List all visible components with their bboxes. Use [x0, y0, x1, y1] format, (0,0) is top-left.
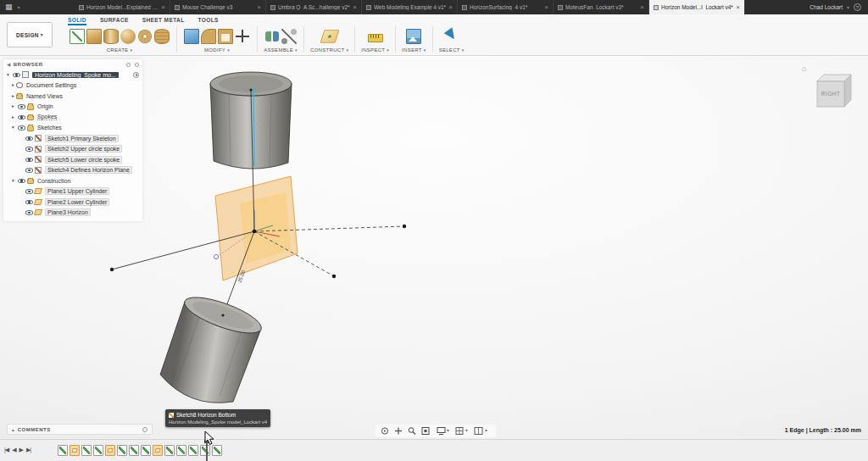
box-icon[interactable] [86, 29, 102, 44]
browser-row-sketch[interactable]: Sketch5 Lower circle spoke [3, 154, 142, 165]
timeline-feature-plane-icon[interactable] [153, 445, 163, 456]
timeline-feature-sketch-icon[interactable] [164, 445, 175, 456]
browser-row-origin[interactable]: ▸ Origin [3, 102, 142, 113]
browser-row-named-views[interactable]: ▸ Named Views [3, 91, 142, 102]
tab-tools[interactable]: TOOLS [198, 17, 219, 25]
timeline-feature-sketch-icon[interactable] [141, 445, 151, 456]
expand-collapsed-icon[interactable]: ▸ [10, 104, 16, 109]
browser-row-sketch[interactable]: Sketch4 Defines Horizon Plane [3, 165, 142, 176]
construction-plane-icon[interactable] [320, 30, 339, 42]
home-icon[interactable]: ⌂ [802, 64, 806, 73]
visibility-eye-icon[interactable] [25, 210, 33, 215]
browser-row-plane[interactable]: Plane1 Upper Cylinder [3, 186, 142, 197]
grid-settings-icon[interactable] [456, 428, 468, 435]
document-tab[interactable]: Mouse Challenge v3 × [170, 0, 266, 14]
tab-close-icon[interactable]: × [257, 4, 261, 11]
document-tab[interactable]: HorizonSurfacing_4 v1* × [458, 0, 554, 14]
browser-row-construction[interactable]: ▾ Construction [3, 175, 142, 186]
comments-bar[interactable]: ▴ COMMENTS [7, 424, 153, 435]
group-label-create[interactable]: CREATE ▾ [107, 47, 133, 53]
document-tab[interactable]: Web Modeling Example 4 v1* × [362, 0, 458, 14]
expand-open-icon[interactable]: ▾ [10, 179, 16, 184]
tab-close-icon[interactable]: × [544, 4, 548, 11]
zoom-icon[interactable] [409, 428, 415, 435]
timeline-feature-sketch-icon[interactable] [117, 445, 127, 456]
activate-component-radio[interactable] [133, 72, 139, 78]
coil-icon[interactable] [154, 29, 170, 44]
browser-row-sketches[interactable]: ▾ Sketches [3, 123, 142, 134]
expand-collapsed-icon[interactable]: ▸ [10, 94, 16, 99]
tab-close-icon[interactable]: × [736, 4, 740, 11]
expand-open-icon[interactable]: ▾ [10, 125, 16, 131]
torus-icon[interactable] [139, 31, 151, 42]
collapse-left-icon[interactable]: ◀ [7, 62, 11, 67]
timeline-feature-sketch-icon[interactable] [93, 445, 103, 456]
group-label-assemble[interactable]: ASSEMBLE ▾ [264, 47, 298, 53]
view-cube[interactable]: ⌂ RIGHT [807, 68, 860, 117]
group-label-modify[interactable]: MODIFY ▾ [204, 47, 230, 53]
lower-cylinder-body[interactable] [160, 290, 265, 403]
viewport-layout-icon[interactable] [475, 428, 487, 435]
tab-close-icon[interactable]: × [448, 4, 453, 11]
visibility-eye-icon[interactable] [25, 147, 33, 152]
go-to-end-button[interactable]: ▶| [26, 447, 31, 453]
fit-view-icon[interactable] [422, 428, 429, 435]
browser-row-spokes[interactable]: ▸ Spokes [3, 112, 142, 123]
visibility-eye-icon[interactable] [25, 168, 33, 173]
document-tab[interactable]: Horizon Model...Explained v2* × [75, 0, 170, 14]
user-account-label[interactable]: Chad Lockart [810, 4, 843, 10]
browser-settings-icon[interactable] [126, 63, 131, 67]
visibility-eye-icon[interactable] [25, 189, 33, 194]
new-component-icon[interactable] [264, 29, 280, 44]
help-icon[interactable]: ? [854, 3, 861, 11]
step-back-button[interactable]: ◀ [12, 447, 15, 453]
tab-surface[interactable]: SURFACE [100, 17, 129, 25]
root-component-label[interactable]: Horizon Modeling_Spoke mo... [32, 72, 119, 78]
timeline-feature-sketch-icon[interactable] [81, 445, 92, 456]
file-menu-caret-icon[interactable]: ▾ [18, 4, 20, 10]
fillet-icon[interactable] [201, 29, 216, 44]
selected-edge-highlight[interactable] [253, 87, 254, 166]
timeline-feature-sketch-icon[interactable] [188, 445, 198, 456]
upper-cylinder-body[interactable] [210, 72, 292, 169]
play-button[interactable]: ▶ [19, 447, 23, 453]
visibility-eye-icon[interactable] [18, 125, 25, 131]
visibility-eye-icon[interactable] [25, 158, 33, 163]
tab-sheet-metal[interactable]: SHEET METAL [142, 17, 185, 25]
visibility-eye-icon[interactable] [18, 104, 25, 109]
document-tab[interactable]: MoteusFan_Lockart v3* × [554, 0, 649, 14]
shell-icon[interactable] [218, 29, 233, 44]
browser-row-plane[interactable]: Plane2 Lower Cylinder [3, 197, 142, 208]
document-tab-active[interactable]: Horizon Model...l_Lockart v4* × [649, 0, 745, 14]
press-pull-icon[interactable] [184, 29, 199, 44]
browser-row-sketch[interactable]: Sketch2 Upper circle spoke [3, 144, 142, 155]
visibility-eye-icon[interactable] [18, 115, 25, 120]
visibility-eye-icon[interactable] [25, 200, 33, 205]
orbit-icon[interactable] [381, 428, 387, 434]
tab-close-icon[interactable]: × [353, 4, 357, 11]
tab-close-icon[interactable]: × [161, 4, 165, 11]
insert-canvas-icon[interactable] [406, 29, 421, 44]
visibility-eye-icon[interactable] [13, 73, 20, 78]
user-menu-caret-icon[interactable]: ▾ [847, 4, 849, 10]
browser-row-plane[interactable]: Plane3 Horizon [3, 208, 142, 219]
expand-collapsed-icon[interactable]: ▸ [10, 115, 16, 120]
measure-icon[interactable] [368, 34, 383, 42]
group-label-insert[interactable]: INSERT ▾ [402, 47, 426, 53]
timeline-feature-sketch-icon[interactable] [176, 445, 186, 456]
select-cursor-icon[interactable] [444, 29, 459, 44]
expand-collapsed-icon[interactable]: ▸ [10, 83, 16, 88]
expand-open-icon[interactable]: ▾ [5, 73, 11, 78]
display-settings-icon[interactable] [437, 428, 449, 435]
browser-options-icon[interactable] [135, 63, 139, 67]
joint-icon[interactable] [281, 29, 297, 44]
data-panel-grid-icon[interactable]: ▦ [5, 3, 13, 11]
group-label-select[interactable]: SELECT ▾ [439, 47, 465, 53]
timeline-feature-plane-icon[interactable] [105, 445, 115, 456]
move-copy-icon[interactable] [235, 29, 250, 44]
timeline-feature-sketch-icon[interactable] [58, 445, 68, 456]
tab-close-icon[interactable]: × [640, 4, 644, 11]
sphere-icon[interactable] [120, 29, 136, 44]
browser-row-document-settings[interactable]: ▸ Document Settings [3, 81, 142, 92]
visibility-eye-icon[interactable] [25, 136, 33, 142]
